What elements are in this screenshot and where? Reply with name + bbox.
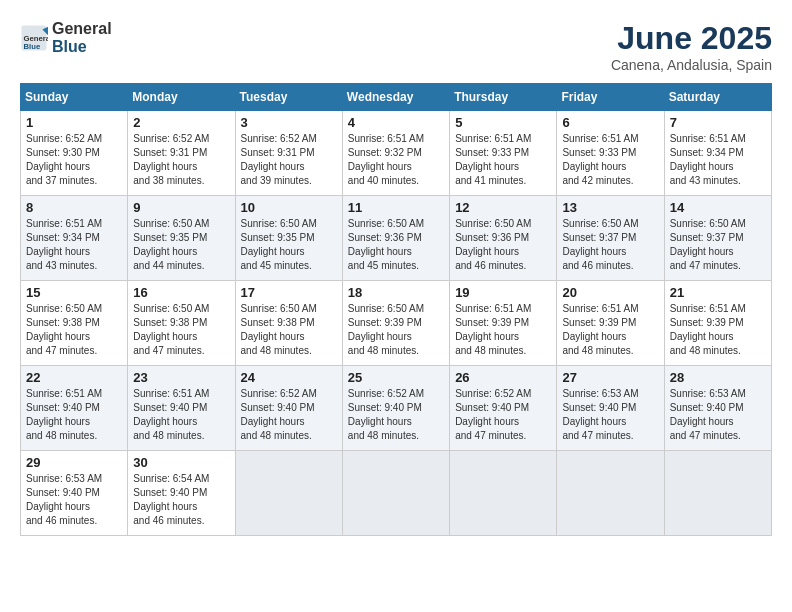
day-number: 12 <box>455 200 551 215</box>
day-number: 30 <box>133 455 229 470</box>
day-info: Sunrise: 6:52 AM Sunset: 9:31 PM Dayligh… <box>133 132 229 188</box>
day-info: Sunrise: 6:51 AM Sunset: 9:39 PM Dayligh… <box>562 302 658 358</box>
calendar-day-cell: 21 Sunrise: 6:51 AM Sunset: 9:39 PM Dayl… <box>664 281 771 366</box>
calendar-day-cell: 22 Sunrise: 6:51 AM Sunset: 9:40 PM Dayl… <box>21 366 128 451</box>
day-number: 28 <box>670 370 766 385</box>
day-info: Sunrise: 6:51 AM Sunset: 9:40 PM Dayligh… <box>26 387 122 443</box>
day-number: 2 <box>133 115 229 130</box>
day-info: Sunrise: 6:51 AM Sunset: 9:34 PM Dayligh… <box>670 132 766 188</box>
calendar-day-cell: 25 Sunrise: 6:52 AM Sunset: 9:40 PM Dayl… <box>342 366 449 451</box>
day-number: 24 <box>241 370 337 385</box>
calendar-day-cell <box>450 451 557 536</box>
day-number: 8 <box>26 200 122 215</box>
calendar-day-cell: 30 Sunrise: 6:54 AM Sunset: 9:40 PM Dayl… <box>128 451 235 536</box>
day-number: 20 <box>562 285 658 300</box>
day-number: 4 <box>348 115 444 130</box>
day-number: 26 <box>455 370 551 385</box>
day-info: Sunrise: 6:52 AM Sunset: 9:30 PM Dayligh… <box>26 132 122 188</box>
day-info: Sunrise: 6:53 AM Sunset: 9:40 PM Dayligh… <box>562 387 658 443</box>
calendar-day-cell: 17 Sunrise: 6:50 AM Sunset: 9:38 PM Dayl… <box>235 281 342 366</box>
day-info: Sunrise: 6:50 AM Sunset: 9:35 PM Dayligh… <box>133 217 229 273</box>
day-info: Sunrise: 6:52 AM Sunset: 9:40 PM Dayligh… <box>455 387 551 443</box>
calendar-week-row: 22 Sunrise: 6:51 AM Sunset: 9:40 PM Dayl… <box>21 366 772 451</box>
calendar-day-cell <box>235 451 342 536</box>
calendar-day-cell: 23 Sunrise: 6:51 AM Sunset: 9:40 PM Dayl… <box>128 366 235 451</box>
calendar-day-cell: 16 Sunrise: 6:50 AM Sunset: 9:38 PM Dayl… <box>128 281 235 366</box>
day-of-week-header: Saturday <box>664 84 771 111</box>
day-number: 18 <box>348 285 444 300</box>
day-info: Sunrise: 6:51 AM Sunset: 9:40 PM Dayligh… <box>133 387 229 443</box>
calendar-day-cell: 15 Sunrise: 6:50 AM Sunset: 9:38 PM Dayl… <box>21 281 128 366</box>
calendar-day-cell: 12 Sunrise: 6:50 AM Sunset: 9:36 PM Dayl… <box>450 196 557 281</box>
day-info: Sunrise: 6:50 AM Sunset: 9:38 PM Dayligh… <box>133 302 229 358</box>
month-title: June 2025 <box>611 20 772 57</box>
day-number: 21 <box>670 285 766 300</box>
day-info: Sunrise: 6:53 AM Sunset: 9:40 PM Dayligh… <box>670 387 766 443</box>
day-info: Sunrise: 6:50 AM Sunset: 9:36 PM Dayligh… <box>348 217 444 273</box>
day-number: 1 <box>26 115 122 130</box>
day-number: 23 <box>133 370 229 385</box>
day-info: Sunrise: 6:52 AM Sunset: 9:40 PM Dayligh… <box>241 387 337 443</box>
calendar-week-row: 1 Sunrise: 6:52 AM Sunset: 9:30 PM Dayli… <box>21 111 772 196</box>
calendar-week-row: 15 Sunrise: 6:50 AM Sunset: 9:38 PM Dayl… <box>21 281 772 366</box>
day-info: Sunrise: 6:50 AM Sunset: 9:38 PM Dayligh… <box>241 302 337 358</box>
calendar-day-cell: 18 Sunrise: 6:50 AM Sunset: 9:39 PM Dayl… <box>342 281 449 366</box>
title-area: June 2025 Canena, Andalusia, Spain <box>611 20 772 73</box>
calendar-day-cell: 4 Sunrise: 6:51 AM Sunset: 9:32 PM Dayli… <box>342 111 449 196</box>
day-info: Sunrise: 6:52 AM Sunset: 9:31 PM Dayligh… <box>241 132 337 188</box>
day-of-week-header: Thursday <box>450 84 557 111</box>
calendar-day-cell: 3 Sunrise: 6:52 AM Sunset: 9:31 PM Dayli… <box>235 111 342 196</box>
calendar-day-cell: 5 Sunrise: 6:51 AM Sunset: 9:33 PM Dayli… <box>450 111 557 196</box>
day-info: Sunrise: 6:53 AM Sunset: 9:40 PM Dayligh… <box>26 472 122 528</box>
calendar-header-row: SundayMondayTuesdayWednesdayThursdayFrid… <box>21 84 772 111</box>
day-of-week-header: Tuesday <box>235 84 342 111</box>
day-number: 16 <box>133 285 229 300</box>
day-number: 3 <box>241 115 337 130</box>
day-of-week-header: Wednesday <box>342 84 449 111</box>
day-number: 9 <box>133 200 229 215</box>
day-info: Sunrise: 6:54 AM Sunset: 9:40 PM Dayligh… <box>133 472 229 528</box>
day-info: Sunrise: 6:50 AM Sunset: 9:39 PM Dayligh… <box>348 302 444 358</box>
calendar-day-cell: 8 Sunrise: 6:51 AM Sunset: 9:34 PM Dayli… <box>21 196 128 281</box>
calendar-day-cell: 10 Sunrise: 6:50 AM Sunset: 9:35 PM Dayl… <box>235 196 342 281</box>
calendar-day-cell: 19 Sunrise: 6:51 AM Sunset: 9:39 PM Dayl… <box>450 281 557 366</box>
day-number: 6 <box>562 115 658 130</box>
calendar-week-row: 8 Sunrise: 6:51 AM Sunset: 9:34 PM Dayli… <box>21 196 772 281</box>
day-number: 17 <box>241 285 337 300</box>
day-info: Sunrise: 6:50 AM Sunset: 9:38 PM Dayligh… <box>26 302 122 358</box>
day-number: 10 <box>241 200 337 215</box>
day-number: 19 <box>455 285 551 300</box>
calendar-day-cell <box>664 451 771 536</box>
calendar-day-cell <box>557 451 664 536</box>
calendar-table: SundayMondayTuesdayWednesdayThursdayFrid… <box>20 83 772 536</box>
calendar-day-cell: 11 Sunrise: 6:50 AM Sunset: 9:36 PM Dayl… <box>342 196 449 281</box>
day-info: Sunrise: 6:52 AM Sunset: 9:40 PM Dayligh… <box>348 387 444 443</box>
day-number: 7 <box>670 115 766 130</box>
calendar-day-cell: 20 Sunrise: 6:51 AM Sunset: 9:39 PM Dayl… <box>557 281 664 366</box>
day-number: 11 <box>348 200 444 215</box>
logo-text: General Blue <box>52 20 112 56</box>
calendar-day-cell: 2 Sunrise: 6:52 AM Sunset: 9:31 PM Dayli… <box>128 111 235 196</box>
day-number: 14 <box>670 200 766 215</box>
day-info: Sunrise: 6:51 AM Sunset: 9:32 PM Dayligh… <box>348 132 444 188</box>
day-info: Sunrise: 6:51 AM Sunset: 9:33 PM Dayligh… <box>455 132 551 188</box>
day-number: 15 <box>26 285 122 300</box>
calendar-day-cell: 28 Sunrise: 6:53 AM Sunset: 9:40 PM Dayl… <box>664 366 771 451</box>
page-header: General Blue General Blue June 2025 Cane… <box>20 20 772 73</box>
day-number: 22 <box>26 370 122 385</box>
svg-text:Blue: Blue <box>24 42 41 51</box>
day-info: Sunrise: 6:50 AM Sunset: 9:37 PM Dayligh… <box>562 217 658 273</box>
day-number: 13 <box>562 200 658 215</box>
calendar-day-cell: 27 Sunrise: 6:53 AM Sunset: 9:40 PM Dayl… <box>557 366 664 451</box>
calendar-day-cell: 6 Sunrise: 6:51 AM Sunset: 9:33 PM Dayli… <box>557 111 664 196</box>
day-of-week-header: Sunday <box>21 84 128 111</box>
calendar-day-cell: 14 Sunrise: 6:50 AM Sunset: 9:37 PM Dayl… <box>664 196 771 281</box>
day-info: Sunrise: 6:51 AM Sunset: 9:33 PM Dayligh… <box>562 132 658 188</box>
calendar-day-cell: 26 Sunrise: 6:52 AM Sunset: 9:40 PM Dayl… <box>450 366 557 451</box>
location-subtitle: Canena, Andalusia, Spain <box>611 57 772 73</box>
calendar-day-cell: 7 Sunrise: 6:51 AM Sunset: 9:34 PM Dayli… <box>664 111 771 196</box>
day-number: 29 <box>26 455 122 470</box>
calendar-week-row: 29 Sunrise: 6:53 AM Sunset: 9:40 PM Dayl… <box>21 451 772 536</box>
day-info: Sunrise: 6:51 AM Sunset: 9:34 PM Dayligh… <box>26 217 122 273</box>
calendar-day-cell: 9 Sunrise: 6:50 AM Sunset: 9:35 PM Dayli… <box>128 196 235 281</box>
